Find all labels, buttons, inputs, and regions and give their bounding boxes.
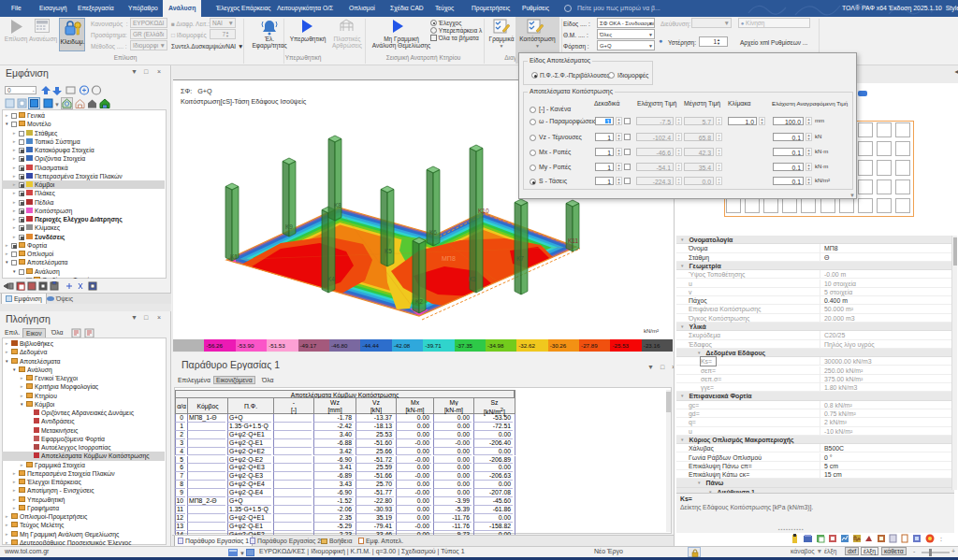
- svg-text:K10: K10: [478, 208, 489, 214]
- svg-text:▼: ▼: [54, 102, 60, 108]
- svg-text:K1: K1: [230, 253, 238, 260]
- svg-text::: :: [940, 536, 942, 542]
- svg-text:K4: K4: [327, 276, 335, 282]
- svg-text:K7: K7: [516, 255, 524, 262]
- svg-text:K3: K3: [469, 276, 476, 282]
- svg-text:MΠ8: MΠ8: [442, 255, 456, 262]
- svg-text:K9: K9: [285, 223, 293, 230]
- svg-text:K6: K6: [429, 229, 437, 236]
- svg-text:K11: K11: [568, 237, 578, 244]
- svg-text:K2: K2: [415, 298, 423, 305]
- svg-text:K5: K5: [385, 248, 392, 254]
- svg-text:K8: K8: [334, 202, 341, 208]
- svg-text:▼: ▼: [240, 551, 245, 556]
